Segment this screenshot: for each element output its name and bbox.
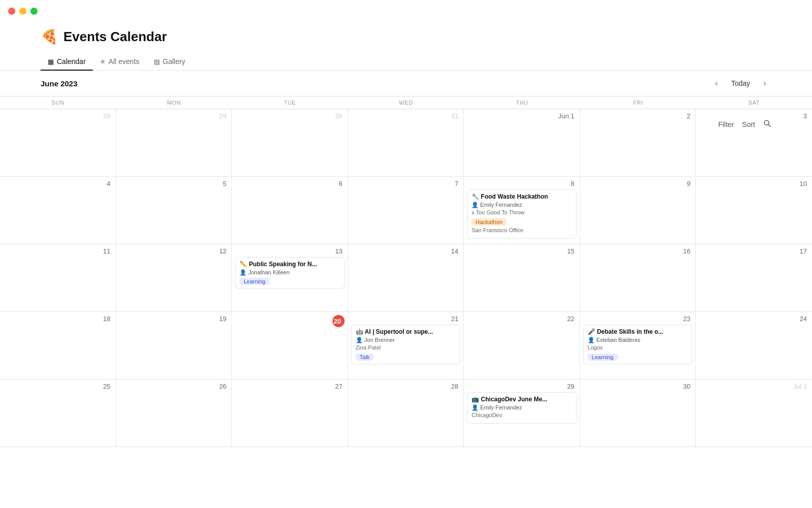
tab-all-events[interactable]: ✳ All events (93, 53, 147, 71)
day-number: 9 (583, 180, 693, 187)
event-card[interactable]: 📺 ChicagoDev June Me...👤 Emily Fernandez… (467, 392, 577, 424)
calendar-cell[interactable]: 11 (0, 244, 116, 312)
prev-month-button[interactable]: ‹ (710, 77, 723, 90)
calendar-cell[interactable]: 18 (0, 312, 116, 379)
calendar-cell[interactable]: 25 (0, 379, 116, 447)
day-number: 2 (583, 112, 693, 120)
calendar-cell[interactable]: 28 (0, 109, 116, 177)
event-tag: Hackathon (471, 218, 506, 226)
calendar-cell[interactable]: 2 (580, 109, 696, 177)
tab-gallery[interactable]: ▨ Gallery (147, 53, 192, 71)
maximize-button[interactable] (30, 8, 38, 15)
calendar-cell[interactable]: 29 (116, 109, 232, 177)
day-number: 15 (467, 247, 577, 255)
tab-gallery-label: Gallery (163, 57, 185, 66)
day-number: 14 (351, 247, 461, 255)
day-number: 28 (351, 383, 461, 390)
day-number: 24 (699, 315, 809, 323)
window-controls (8, 8, 38, 15)
event-meta: Zina Patel (356, 344, 456, 351)
calendar-cell[interactable]: 3 (696, 109, 812, 177)
event-title: 📺 ChicagoDev June Me... (471, 396, 572, 403)
day-number: 23 (583, 315, 693, 323)
calendar-cell[interactable]: Jul 1 (696, 379, 812, 447)
event-person: 👤 Jonathan Killeen (240, 269, 340, 276)
day-number: 19 (119, 315, 229, 323)
event-card[interactable]: 🤖 AI | Supertool or supe...👤 Jon Brenner… (351, 325, 461, 364)
calendar-cell[interactable]: 31 (348, 109, 464, 177)
calendar-cell[interactable]: 21🤖 AI | Supertool or supe...👤 Jon Brenn… (348, 312, 464, 379)
next-month-button[interactable]: › (758, 77, 771, 90)
day-header-sat: Sat (696, 97, 812, 109)
day-number: 30 (583, 383, 693, 390)
calendar-cell[interactable]: 6 (232, 177, 348, 244)
calendar-cell[interactable]: 22 (464, 312, 580, 379)
calendar-cell[interactable]: 10 (696, 177, 812, 244)
day-number: 12 (119, 247, 229, 255)
calendar-cell[interactable]: 12 (116, 244, 232, 312)
calendar-cell[interactable]: 8🔧 Food Waste Hackathon👤 Emily Fernandez… (464, 177, 580, 244)
event-tag: Learning (240, 278, 269, 285)
day-header-mon: Mon (116, 97, 232, 109)
calendar-cell[interactable]: 5 (116, 177, 232, 244)
calendar-cell[interactable]: 20 (232, 312, 348, 379)
event-location: San Fransisco Office (471, 227, 572, 233)
calendar-cell[interactable]: 23🎤 Debate Skills in the o...👤 Esteban B… (580, 312, 696, 379)
day-number: 8 (467, 180, 577, 187)
calendar-cell[interactable]: 24 (696, 312, 812, 379)
day-number: 29 (119, 112, 229, 120)
calendar-cell[interactable]: 27 (232, 379, 348, 447)
calendar-cell[interactable]: 29📺 ChicagoDev June Me...👤 Emily Fernand… (464, 379, 580, 447)
all-events-icon: ✳ (100, 58, 106, 66)
event-card[interactable]: ✏️ Public Speaking for N...👤 Jonathan Ki… (235, 257, 345, 289)
event-title: 🎤 Debate Skills in the o... (588, 328, 688, 335)
calendar-grid: 28293031Jun 12345678🔧 Food Waste Hackath… (0, 109, 812, 447)
titlebar (0, 0, 812, 22)
day-number: 22 (467, 315, 577, 323)
minimize-button[interactable] (19, 8, 26, 15)
calendar-cell[interactable]: 26 (116, 379, 232, 447)
day-headers: Sun Mon Tue Wed Thu Fri Sat (0, 97, 812, 109)
calendar-cell[interactable]: 4 (0, 177, 116, 244)
calendar-nav: ‹ Today › (710, 77, 771, 90)
close-button[interactable] (8, 8, 15, 15)
calendar: Sun Mon Tue Wed Thu Fri Sat 28293031Jun … (0, 96, 812, 447)
gallery-icon: ▨ (154, 58, 160, 66)
calendar-cell[interactable]: 28 (348, 379, 464, 447)
calendar-cell[interactable]: 9 (580, 177, 696, 244)
event-card[interactable]: 🔧 Food Waste Hackathon👤 Emily Fernandezx… (467, 189, 577, 239)
calendar-cell[interactable]: 30 (232, 109, 348, 177)
day-number: 27 (235, 383, 345, 390)
calendar-cell[interactable]: 30 (580, 379, 696, 447)
event-meta: ChicagoDev (471, 412, 572, 418)
calendar-cell[interactable]: 13✏️ Public Speaking for N...👤 Jonathan … (232, 244, 348, 312)
nav-tabs: ▦ Calendar ✳ All events ▨ Gallery Filter… (0, 53, 812, 71)
calendar-cell[interactable]: 14 (348, 244, 464, 312)
event-person: 👤 Esteban Balderas (588, 337, 688, 343)
day-number: 3 (699, 112, 809, 120)
event-title: ✏️ Public Speaking for N... (240, 261, 340, 268)
day-number: Jun 1 (467, 112, 577, 120)
calendar-cell[interactable]: 16 (580, 244, 696, 312)
day-number: 18 (3, 315, 113, 323)
day-header-sun: Sun (0, 97, 116, 109)
app-icon: 🍕 (41, 28, 58, 45)
day-header-tue: Tue (232, 97, 348, 109)
tab-all-events-label: All events (109, 57, 140, 66)
day-number: 17 (699, 247, 809, 255)
event-meta: x Too Good To Throw (471, 209, 572, 215)
calendar-cell[interactable]: Jun 1 (464, 109, 580, 177)
event-title: 🔧 Food Waste Hackathon (471, 193, 572, 200)
day-number: 4 (3, 180, 113, 187)
tab-calendar[interactable]: ▦ Calendar (41, 53, 93, 71)
calendar-cell[interactable]: 17 (696, 244, 812, 312)
calendar-cell[interactable]: 15 (464, 244, 580, 312)
calendar-cell[interactable]: 7 (348, 177, 464, 244)
event-card[interactable]: 🎤 Debate Skills in the o...👤 Esteban Bal… (583, 325, 693, 364)
today-button[interactable]: Today (725, 77, 756, 89)
month-title: June 2023 (41, 79, 78, 88)
day-number: 28 (3, 112, 113, 120)
day-number: 31 (351, 112, 461, 120)
calendar-cell[interactable]: 19 (116, 312, 232, 379)
day-number: 7 (351, 180, 461, 187)
